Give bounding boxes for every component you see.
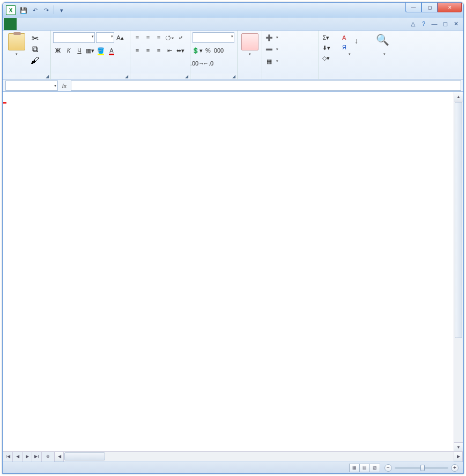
status-aggregates [14, 465, 349, 471]
qat-more-icon[interactable]: ▾ [57, 5, 66, 15]
zoom-out-button[interactable]: − [384, 464, 392, 472]
align-bottom-icon[interactable]: ≡ [154, 33, 164, 42]
view-buttons: ▦ ▤ ▧ [349, 464, 380, 472]
fill-color-icon[interactable]: 🪣 [96, 46, 106, 55]
undo-icon[interactable]: ↶ [30, 5, 40, 15]
grow-font-icon[interactable]: A▴ [115, 33, 125, 42]
sort-filter-icon: АЯ↓ [341, 33, 358, 50]
align-left-icon[interactable]: ≡ [132, 46, 142, 55]
window-buttons: — ◻ ✕ [405, 3, 462, 12]
styles-button[interactable]: ▾ [240, 32, 260, 78]
comma-icon[interactable]: 000 [214, 46, 224, 55]
ribbon-tabs: △ ? — ◻ ✕ [3, 18, 463, 31]
zoom-in-button[interactable]: + [451, 464, 458, 472]
fill-icon[interactable]: ⬇▾ [321, 43, 331, 53]
maximize-button[interactable]: ◻ [421, 3, 438, 12]
orientation-icon[interactable]: ⭯▾ [165, 33, 174, 42]
titlebar: X 💾 ↶ ↷ ▾ — ◻ ✕ [3, 3, 463, 18]
sort-filter-button[interactable]: АЯ↓ ▾ [332, 32, 367, 78]
mdi-minimize-icon[interactable]: — [430, 19, 439, 28]
cut-icon[interactable]: ✂ [29, 33, 40, 43]
save-icon[interactable]: 💾 [19, 5, 28, 15]
vertical-scrollbar[interactable]: ▲ ▼ [454, 92, 463, 451]
redo-icon[interactable]: ↷ [41, 5, 51, 15]
zoom-slider[interactable] [395, 467, 448, 469]
formula-bar: ▾ fx [3, 80, 463, 92]
border-icon[interactable]: ▦▾ [85, 46, 95, 55]
scroll-up-icon[interactable]: ▲ [454, 92, 463, 101]
delete-cells-icon[interactable]: ➖ [264, 45, 274, 54]
minimize-ribbon-icon[interactable]: △ [409, 19, 417, 28]
number-format-combo[interactable]: ▾ [193, 32, 234, 43]
close-button[interactable]: ✕ [438, 3, 462, 12]
paste-button[interactable]: ▾ [5, 32, 28, 74]
worksheet-area: ▲ ▼ [3, 92, 463, 451]
fx-icon[interactable]: fx [60, 83, 69, 89]
minimize-button[interactable]: — [405, 3, 421, 12]
dialog-launcher-icon[interactable]: ◢ [232, 74, 235, 79]
align-top-icon[interactable]: ≡ [132, 33, 142, 42]
format-painter-icon[interactable]: 🖌 [29, 55, 40, 66]
status-bar: ▦ ▤ ▧ − + [3, 462, 463, 473]
percent-icon[interactable]: % [203, 46, 213, 55]
help-icon[interactable]: ? [419, 19, 428, 28]
last-sheet-icon[interactable]: ▶I [32, 452, 42, 462]
scroll-left-icon[interactable]: ◀ [55, 452, 64, 462]
copy-icon[interactable]: ⧉ [29, 44, 40, 55]
font-color-icon[interactable]: A [107, 46, 116, 55]
page-break-view-icon[interactable]: ▧ [369, 464, 380, 472]
file-tab[interactable] [4, 18, 17, 30]
group-number: ▾ 💲▾ % 000 .00→ ←.0 ◢ [190, 31, 238, 80]
dialog-launcher-icon[interactable]: ◢ [46, 74, 49, 79]
app-window: X 💾 ↶ ↷ ▾ — ◻ ✕ △ ? — ◻ ✕ [2, 2, 464, 474]
autosum-icon[interactable]: Σ▾ [321, 33, 331, 42]
scroll-thumb[interactable] [455, 102, 462, 338]
italic-button[interactable]: К [64, 46, 73, 55]
prev-sheet-icon[interactable]: ◀ [13, 452, 23, 462]
next-sheet-icon[interactable]: ▶ [23, 452, 32, 462]
merge-icon[interactable]: ⬌▾ [175, 46, 185, 55]
hscroll-thumb[interactable] [64, 452, 105, 460]
font-family-combo[interactable]: ▾ [53, 32, 95, 43]
wrap-icon[interactable]: ⤶ [175, 33, 185, 42]
underline-button[interactable]: Ч [75, 46, 84, 55]
first-sheet-icon[interactable]: I◀ [3, 452, 13, 462]
format-cells-icon[interactable]: ▦ [264, 56, 274, 66]
group-cells: ➕▾ ➖▾ ▦▾ [262, 31, 319, 80]
sheet-tab-bar: I◀ ◀ ▶ ▶I ⊕ ◀ ▶ [3, 451, 463, 461]
increase-decimal-icon[interactable]: .00→ [193, 58, 202, 68]
currency-icon[interactable]: 💲▾ [193, 46, 202, 55]
font-size-combo[interactable]: ▾ [96, 32, 114, 43]
align-center-icon[interactable]: ≡ [143, 46, 153, 55]
bold-button[interactable]: Ж [53, 46, 63, 55]
page-layout-view-icon[interactable]: ▤ [359, 464, 370, 472]
align-middle-icon[interactable]: ≡ [143, 33, 153, 42]
insert-cells-icon[interactable]: ➕ [264, 33, 274, 42]
horizontal-scrollbar[interactable]: ◀ ▶ [55, 452, 463, 461]
formula-input[interactable] [71, 80, 461, 91]
quick-access-toolbar: 💾 ↶ ↷ ▾ [19, 5, 66, 15]
normal-view-icon[interactable]: ▦ [349, 464, 360, 472]
group-editing: Σ▾ ⬇▾ ◇▾ АЯ↓ ▾ 🔍 ▾ [319, 31, 463, 80]
group-clipboard: ▾ ✂ ⧉ 🖌 ◢ [3, 31, 51, 80]
paste-icon [8, 33, 25, 50]
align-right-icon[interactable]: ≡ [154, 46, 164, 55]
ribbon: ▾ ✂ ⧉ 🖌 ◢ ▾ ▾ A▴ Ж К [3, 31, 463, 80]
name-box[interactable]: ▾ [5, 80, 58, 91]
decrease-indent-icon[interactable]: ⇤ [165, 46, 174, 55]
group-alignment: ≡ ≡ ≡ ⭯▾ ⤶ ≡ ≡ ≡ ⇤ ⬌▾ ◢ [130, 31, 190, 80]
mdi-close-icon[interactable]: ✕ [452, 19, 460, 28]
decrease-decimal-icon[interactable]: ←.0 [203, 58, 213, 68]
group-font: ▾ ▾ A▴ Ж К Ч ▦▾ 🪣 A ◢ [51, 31, 130, 80]
dialog-launcher-icon[interactable]: ◢ [185, 74, 188, 79]
find-select-button[interactable]: 🔍 ▾ [368, 32, 401, 78]
scroll-down-icon[interactable]: ▼ [454, 442, 463, 451]
new-sheet-icon[interactable]: ⊕ [42, 452, 55, 462]
mdi-restore-icon[interactable]: ◻ [441, 19, 449, 28]
dialog-launcher-icon[interactable]: ◢ [125, 74, 128, 79]
clear-icon[interactable]: ◇▾ [321, 53, 331, 63]
selection-highlight [3, 102, 6, 104]
styles-icon [241, 33, 258, 50]
excel-icon: X [6, 5, 16, 15]
scroll-right-icon[interactable]: ▶ [454, 452, 463, 462]
